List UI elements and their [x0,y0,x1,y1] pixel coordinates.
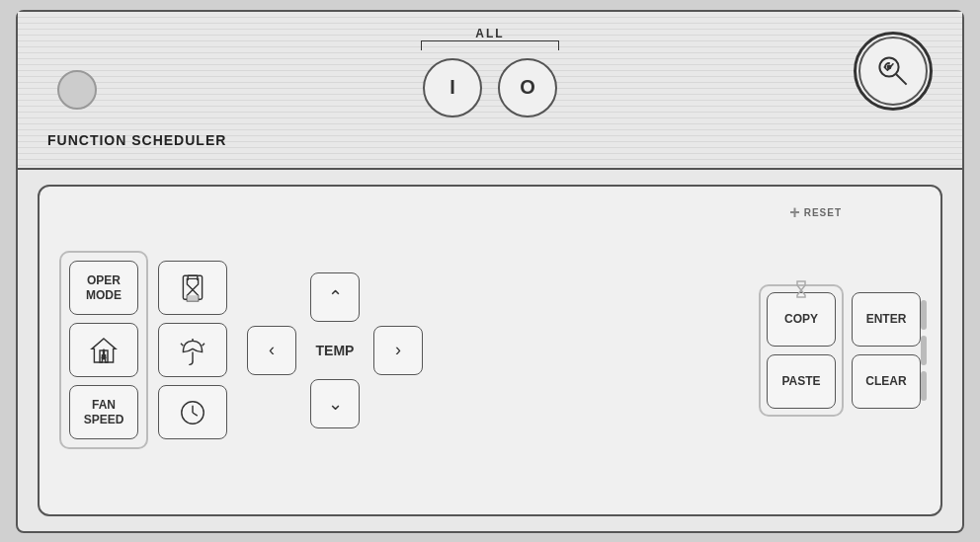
grip-line-1 [921,300,927,330]
arrow-up-button[interactable]: ⌃ [310,272,360,322]
clock-button[interactable] [158,385,227,439]
grip-handle [921,300,927,401]
copy-label: COPY [784,312,818,326]
copy-paste-column: COPY PASTE [759,284,844,417]
reset-label: RESET [804,207,842,218]
bottom-panel: OPER MODE FAN SPEED [18,170,962,531]
grip-line-2 [921,336,927,365]
enter-clear-column: ENTER CLEAR [852,292,921,409]
indicator-light [57,70,97,110]
arrow-left-button[interactable]: ‹ [247,326,296,375]
enter-label: ENTER [866,312,907,326]
svg-line-18 [193,413,198,416]
copy-timer-icon [791,279,811,299]
top-panel: FUNCTION SCHEDULER ALL I O [18,12,962,170]
clock-icon [177,397,208,428]
home-temp-button[interactable] [69,323,138,377]
controls-container: OPER MODE FAN SPEED [38,185,942,516]
copy-button[interactable]: COPY [767,292,836,347]
second-column [158,261,227,439]
weather-button[interactable] [158,323,227,377]
arrow-down-button[interactable]: ⌄ [310,379,360,428]
clear-label: CLEAR [865,374,906,388]
left-column: OPER MODE FAN SPEED [59,251,148,449]
arrow-right-button[interactable]: › [373,326,423,375]
fan-speed-label: FAN SPEED [84,398,124,426]
temp-label: TEMP [316,343,355,358]
svg-rect-11 [187,295,198,301]
clear-button[interactable]: CLEAR [852,354,921,409]
umbrella-icon [177,335,208,366]
grip-line-3 [921,371,927,401]
enter-button[interactable]: ENTER [852,292,921,347]
paste-button[interactable]: PASTE [767,354,836,409]
arrow-cross: ⌃ ‹ TEMP › ⌄ [247,272,423,428]
reset-button[interactable]: + RESET [789,202,842,223]
svg-rect-6 [103,348,105,357]
device-frame: FUNCTION SCHEDULER ALL I O [16,10,964,533]
oper-mode-button[interactable]: OPER MODE [69,261,138,315]
timer-icon [177,272,208,304]
fan-speed-button[interactable]: FAN SPEED [69,385,138,439]
paste-label: PASTE [781,374,820,388]
oper-mode-label: OPER MODE [86,273,122,302]
svg-line-14 [181,343,183,345]
reset-plus-icon: + [789,202,800,223]
right-group: COPY PASTE ENTER CLEAR [759,284,921,417]
timer-button[interactable] [158,261,227,315]
svg-line-15 [203,343,204,345]
home-temp-icon [88,335,120,366]
